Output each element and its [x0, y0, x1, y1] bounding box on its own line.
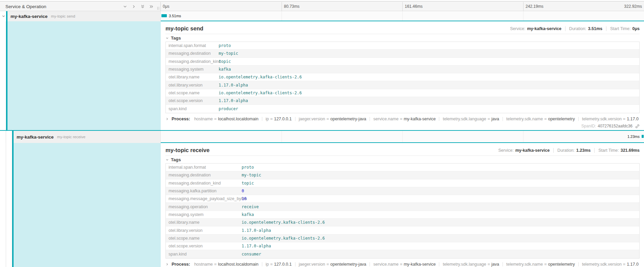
chevron-down-icon — [165, 37, 169, 40]
tag-row: messaging.destinationmy-topic — [166, 171, 639, 179]
ruler-tick: 161.46ms — [402, 2, 523, 11]
collapse-caret-icon[interactable] — [2, 15, 5, 18]
span-duration-bar[interactable] — [642, 135, 644, 138]
process-separator — [295, 117, 295, 121]
span-bar-cell[interactable]: 3.51ms — [161, 11, 644, 21]
tags-section-toggle[interactable]: Tags — [165, 35, 640, 41]
process-kv: ip=127.0.0.1 — [266, 262, 292, 267]
divider — [165, 155, 640, 156]
ruler-tick: 80.73ms — [282, 2, 402, 11]
tag-row: otel.library.nameio.opentelemetry.kafka-… — [166, 73, 639, 81]
process-separator — [503, 262, 503, 266]
tag-value: io.opentelemetry.kafka-clients-2.6 — [242, 236, 325, 241]
process-kv: telemetry.sdk.language=java — [443, 117, 499, 121]
tags-table: internal.span.formatproto messaging.dest… — [165, 163, 640, 259]
chevron-down-icon[interactable] — [123, 4, 127, 9]
tag-key: internal.span.format — [166, 165, 242, 170]
tag-key: span.kind — [166, 106, 219, 111]
meta-separator — [594, 148, 595, 153]
top-strip — [0, 0, 644, 2]
process-separator — [439, 262, 439, 266]
span-id-value: 407276152aafdc36 — [598, 124, 632, 128]
tag-value: 1.17.0-alpha — [219, 83, 248, 88]
span-bar-cell[interactable]: 1.23ms — [161, 131, 644, 143]
meta-separator — [553, 148, 554, 153]
process-kv: jaeger.version=opentelemetry-java — [299, 262, 366, 267]
process-kv: hostname=localhost.localdomain — [194, 117, 259, 121]
grid-line — [523, 11, 524, 21]
process-kv: service.name=my-kafka-service — [373, 117, 436, 121]
tag-value: kafka — [219, 67, 231, 72]
tag-row: otel.scope.version1.17.0-alpha — [166, 242, 639, 250]
service-value: my-kafka-service — [515, 148, 550, 153]
tag-key: internal.span.format — [166, 43, 219, 48]
span-row-my-topic-send[interactable]: my-kafka-service my-topic send 3.51ms — [0, 11, 644, 21]
process-kv: telemetry.sdk.name=opentelemetry — [506, 262, 575, 267]
tag-row: internal.span.formatproto — [166, 42, 639, 50]
span-row-my-topic-receive[interactable]: my-kafka-service my-topic receive 1.23ms — [0, 131, 644, 143]
start-time-label: Start Time: — [598, 148, 619, 153]
process-section-toggle[interactable]: Process: hostname=localhost.localdomain … — [165, 116, 640, 122]
span-operation-name: my-topic send — [51, 14, 75, 18]
double-chevron-right-icon[interactable] — [149, 4, 154, 9]
tag-value: my-topic — [242, 173, 261, 177]
process-kv: hostname=localhost.localdomain — [194, 262, 259, 267]
span-duration-bar[interactable] — [161, 14, 167, 17]
column-resizer-grip[interactable] — [157, 7, 159, 10]
process-separator — [578, 117, 579, 121]
tag-key: messaging.operation — [166, 204, 242, 209]
tag-row: messaging.systemkafka — [166, 211, 639, 219]
tag-row: internal.span.formatproto — [166, 164, 639, 171]
span-detail-my-topic-receive: my-topic receive Service:my-kafka-servic… — [0, 143, 644, 267]
meta-separator — [565, 26, 565, 31]
tag-value: io.opentelemetry.kafka-clients-2.6 — [219, 91, 302, 95]
chevron-right-icon — [165, 263, 169, 266]
tag-row: messaging.destinationmy-topic — [166, 50, 639, 57]
tags-section-toggle[interactable]: Tags — [165, 157, 640, 162]
duration-label: Duration: — [557, 148, 575, 153]
tag-row: otel.library.version1.17.0-alpha — [166, 226, 639, 234]
tag-value: kafka — [242, 212, 254, 217]
span-name-cell[interactable]: my-kafka-service my-topic receive — [0, 131, 161, 143]
tag-value: 10 — [242, 196, 246, 201]
tag-key: messaging.destination — [166, 51, 219, 56]
grid-line — [282, 11, 282, 21]
tag-value: proto — [219, 43, 231, 48]
tag-key: span.kind — [166, 252, 242, 257]
tag-value: receive — [242, 204, 259, 209]
expand-collapse-controls — [123, 4, 154, 9]
span-detail-left-gutter — [0, 143, 161, 267]
tag-value: 1.17.0-alpha — [242, 228, 271, 233]
double-chevron-down-icon[interactable] — [140, 4, 145, 9]
tag-row: span.kindconsumer — [166, 250, 639, 258]
service-operation-title: Service & Operation — [0, 4, 123, 9]
tag-row: otel.scope.version1.17.0-alpha — [166, 97, 639, 105]
ruler-end-label: 322.92ms — [624, 2, 642, 11]
tag-key: otel.scope.name — [166, 91, 219, 95]
span-id-row: SpanID: 407276152aafdc36 — [581, 124, 640, 128]
divider — [165, 34, 640, 34]
process-separator — [439, 117, 439, 121]
start-time-value: 321.69ms — [621, 148, 640, 153]
span-detail-title: my-topic send — [165, 25, 510, 32]
tag-key: messaging.system — [166, 67, 219, 72]
ruler-tick-label: 80.73ms — [284, 4, 299, 9]
tag-key: otel.scope.version — [166, 244, 242, 248]
tag-value: io.opentelemetry.kafka-clients-2.6 — [219, 75, 302, 79]
tag-key: otel.library.name — [166, 220, 242, 225]
process-separator — [578, 262, 579, 266]
trace-timeline-view: Service & Operation 0μs 80.73ms 161.46ms… — [0, 0, 644, 267]
span-name-cell[interactable]: my-kafka-service my-topic send — [0, 11, 161, 21]
tag-key: messaging.destination_kind — [166, 181, 242, 186]
tag-key: otel.scope.version — [166, 98, 219, 103]
process-section-toggle[interactable]: Process: hostname=localhost.localdomain … — [165, 261, 640, 267]
service-label: Service: — [498, 148, 513, 153]
grid-line — [523, 131, 524, 142]
tag-value: topic — [219, 59, 231, 64]
process-separator — [370, 262, 370, 266]
span-detail-left-gutter — [0, 21, 161, 130]
start-time-label: Start Time: — [610, 26, 630, 31]
chevron-right-icon[interactable] — [132, 4, 136, 9]
process-label: Process: — [172, 116, 190, 121]
deep-link-icon[interactable] — [635, 124, 640, 128]
